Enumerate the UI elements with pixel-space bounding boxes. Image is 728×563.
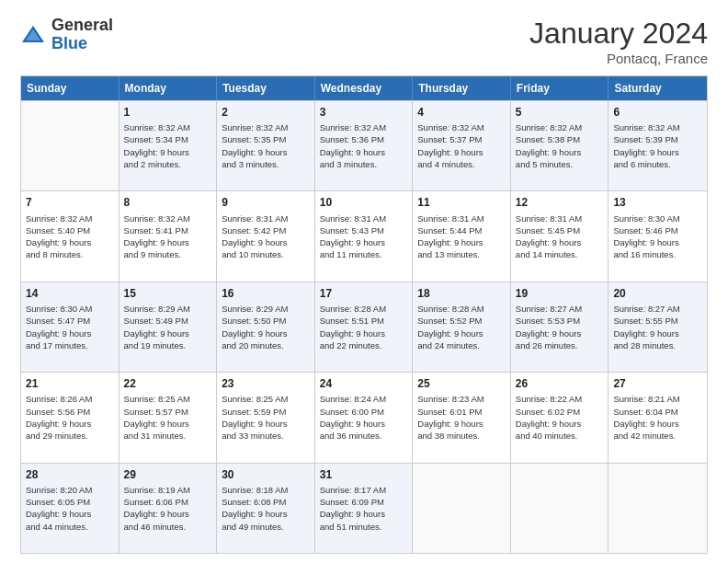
logo: General Blue: [20, 17, 113, 53]
calendar-cell: 6Sunrise: 8:32 AM Sunset: 5:39 PM Daylig…: [609, 101, 707, 190]
header: General Blue January 2024 Pontacq, Franc…: [20, 17, 708, 66]
calendar-cell: 24Sunrise: 8:24 AM Sunset: 6:00 PM Dayli…: [315, 373, 414, 462]
day-number: 30: [222, 467, 310, 482]
cell-info: Sunrise: 8:20 AM Sunset: 6:05 PM Dayligh…: [26, 484, 114, 533]
header-day-thursday: Thursday: [413, 76, 511, 100]
day-number: 16: [222, 286, 310, 301]
logo-icon: [20, 22, 46, 48]
cell-info: Sunrise: 8:24 AM Sunset: 6:00 PM Dayligh…: [320, 393, 408, 442]
day-number: 8: [124, 195, 212, 210]
cell-info: Sunrise: 8:29 AM Sunset: 5:50 PM Dayligh…: [222, 303, 310, 351]
month-title: January 2024: [529, 17, 708, 51]
day-number: 26: [516, 376, 604, 391]
calendar-cell: 3Sunrise: 8:32 AM Sunset: 5:36 PM Daylig…: [315, 101, 414, 190]
week-row-2: 14Sunrise: 8:30 AM Sunset: 5:47 PM Dayli…: [21, 282, 707, 372]
cell-info: Sunrise: 8:32 AM Sunset: 5:38 PM Dayligh…: [516, 121, 604, 170]
day-number: 14: [26, 286, 114, 301]
header-day-sunday: Sunday: [21, 76, 119, 100]
calendar-cell: 14Sunrise: 8:30 AM Sunset: 5:47 PM Dayli…: [21, 282, 119, 372]
calendar-cell: 13Sunrise: 8:30 AM Sunset: 5:46 PM Dayli…: [609, 191, 707, 281]
calendar-cell: 10Sunrise: 8:31 AM Sunset: 5:43 PM Dayli…: [315, 191, 414, 281]
week-row-3: 21Sunrise: 8:26 AM Sunset: 5:56 PM Dayli…: [21, 372, 707, 462]
cell-info: Sunrise: 8:30 AM Sunset: 5:47 PM Dayligh…: [26, 303, 114, 351]
calendar-cell: 30Sunrise: 8:18 AM Sunset: 6:08 PM Dayli…: [217, 464, 315, 553]
cell-info: Sunrise: 8:27 AM Sunset: 5:55 PM Dayligh…: [613, 303, 702, 351]
day-number: 12: [516, 195, 604, 210]
calendar-cell: [21, 101, 119, 190]
day-number: 17: [320, 286, 408, 301]
cell-info: Sunrise: 8:32 AM Sunset: 5:37 PM Dayligh…: [417, 121, 506, 170]
calendar-cell: 11Sunrise: 8:31 AM Sunset: 5:44 PM Dayli…: [413, 191, 511, 281]
day-number: 7: [26, 195, 114, 210]
cell-info: Sunrise: 8:18 AM Sunset: 6:08 PM Dayligh…: [222, 484, 310, 533]
calendar-cell: 5Sunrise: 8:32 AM Sunset: 5:38 PM Daylig…: [511, 101, 609, 190]
cell-info: Sunrise: 8:31 AM Sunset: 5:42 PM Dayligh…: [222, 213, 310, 261]
day-number: 28: [26, 467, 114, 482]
day-number: 10: [320, 195, 408, 210]
day-number: 29: [124, 467, 212, 482]
calendar-cell: 9Sunrise: 8:31 AM Sunset: 5:42 PM Daylig…: [217, 191, 315, 281]
cell-info: Sunrise: 8:27 AM Sunset: 5:53 PM Dayligh…: [516, 303, 604, 351]
calendar-body: 1Sunrise: 8:32 AM Sunset: 5:34 PM Daylig…: [21, 100, 707, 553]
day-number: 25: [417, 376, 506, 391]
calendar-cell: 15Sunrise: 8:29 AM Sunset: 5:49 PM Dayli…: [119, 282, 218, 372]
day-number: 31: [320, 467, 408, 482]
day-number: 5: [516, 105, 604, 120]
calendar-cell: 7Sunrise: 8:32 AM Sunset: 5:40 PM Daylig…: [21, 191, 119, 281]
day-number: 4: [417, 105, 506, 120]
header-day-saturday: Saturday: [609, 76, 707, 100]
calendar-cell: 23Sunrise: 8:25 AM Sunset: 5:59 PM Dayli…: [217, 373, 315, 462]
page: General Blue January 2024 Pontacq, Franc…: [0, 0, 728, 563]
cell-info: Sunrise: 8:31 AM Sunset: 5:45 PM Dayligh…: [516, 213, 604, 261]
calendar-cell: 12Sunrise: 8:31 AM Sunset: 5:45 PM Dayli…: [511, 191, 609, 281]
day-number: 1: [124, 105, 212, 120]
header-day-monday: Monday: [119, 76, 218, 100]
location-subtitle: Pontacq, France: [529, 51, 708, 66]
calendar-cell: 17Sunrise: 8:28 AM Sunset: 5:51 PM Dayli…: [315, 282, 414, 372]
calendar-cell: 25Sunrise: 8:23 AM Sunset: 6:01 PM Dayli…: [413, 373, 511, 462]
day-number: 13: [613, 195, 702, 210]
cell-info: Sunrise: 8:26 AM Sunset: 5:56 PM Dayligh…: [26, 393, 114, 442]
cell-info: Sunrise: 8:25 AM Sunset: 5:57 PM Dayligh…: [124, 393, 212, 442]
calendar-cell: 1Sunrise: 8:32 AM Sunset: 5:34 PM Daylig…: [119, 101, 218, 190]
calendar-cell: 26Sunrise: 8:22 AM Sunset: 6:02 PM Dayli…: [511, 373, 609, 462]
day-number: 22: [124, 376, 212, 391]
calendar-cell: [609, 464, 707, 553]
calendar-cell: 8Sunrise: 8:32 AM Sunset: 5:41 PM Daylig…: [119, 191, 218, 281]
day-number: 27: [613, 376, 702, 391]
day-number: 21: [26, 376, 114, 391]
day-number: 9: [222, 195, 310, 210]
calendar-cell: 22Sunrise: 8:25 AM Sunset: 5:57 PM Dayli…: [119, 373, 218, 462]
logo-blue-label: Blue: [51, 35, 113, 53]
cell-info: Sunrise: 8:29 AM Sunset: 5:49 PM Dayligh…: [124, 303, 212, 351]
calendar-cell: 16Sunrise: 8:29 AM Sunset: 5:50 PM Dayli…: [217, 282, 315, 372]
day-number: 11: [417, 195, 506, 210]
calendar-cell: 18Sunrise: 8:28 AM Sunset: 5:52 PM Dayli…: [413, 282, 511, 372]
calendar-cell: [413, 464, 511, 553]
day-number: 15: [124, 286, 212, 301]
cell-info: Sunrise: 8:32 AM Sunset: 5:34 PM Dayligh…: [124, 121, 212, 170]
cell-info: Sunrise: 8:19 AM Sunset: 6:06 PM Dayligh…: [124, 484, 212, 533]
calendar-cell: 2Sunrise: 8:32 AM Sunset: 5:35 PM Daylig…: [217, 101, 315, 190]
week-row-0: 1Sunrise: 8:32 AM Sunset: 5:34 PM Daylig…: [21, 100, 707, 190]
cell-info: Sunrise: 8:32 AM Sunset: 5:41 PM Dayligh…: [124, 213, 212, 261]
cell-info: Sunrise: 8:25 AM Sunset: 5:59 PM Dayligh…: [222, 393, 310, 442]
calendar-cell: 20Sunrise: 8:27 AM Sunset: 5:55 PM Dayli…: [609, 282, 707, 372]
cell-info: Sunrise: 8:32 AM Sunset: 5:39 PM Dayligh…: [613, 121, 702, 170]
day-number: 2: [222, 105, 310, 120]
calendar-cell: 31Sunrise: 8:17 AM Sunset: 6:09 PM Dayli…: [315, 464, 414, 553]
cell-info: Sunrise: 8:28 AM Sunset: 5:51 PM Dayligh…: [320, 303, 408, 351]
cell-info: Sunrise: 8:22 AM Sunset: 6:02 PM Dayligh…: [516, 393, 604, 442]
calendar-header: SundayMondayTuesdayWednesdayThursdayFrid…: [21, 76, 707, 100]
cell-info: Sunrise: 8:21 AM Sunset: 6:04 PM Dayligh…: [613, 393, 702, 442]
day-number: 20: [613, 286, 702, 301]
calendar-cell: 19Sunrise: 8:27 AM Sunset: 5:53 PM Dayli…: [511, 282, 609, 372]
cell-info: Sunrise: 8:30 AM Sunset: 5:46 PM Dayligh…: [613, 213, 702, 261]
cell-info: Sunrise: 8:28 AM Sunset: 5:52 PM Dayligh…: [417, 303, 506, 351]
header-day-tuesday: Tuesday: [217, 76, 315, 100]
day-number: 24: [320, 376, 408, 391]
calendar: SundayMondayTuesdayWednesdayThursdayFrid…: [20, 75, 708, 554]
day-number: 6: [613, 105, 702, 120]
calendar-cell: [511, 464, 609, 553]
cell-info: Sunrise: 8:32 AM Sunset: 5:40 PM Dayligh…: [26, 213, 114, 261]
